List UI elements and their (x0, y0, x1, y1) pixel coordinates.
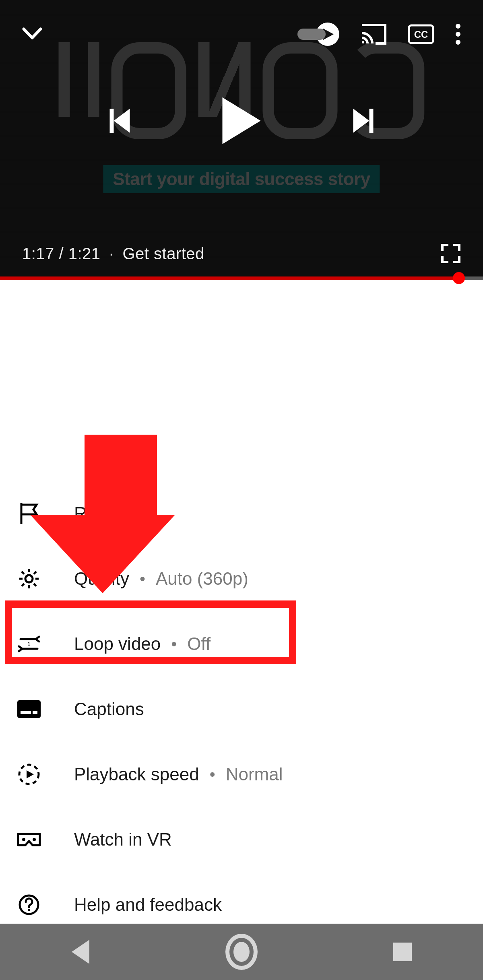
svg-text:CC: CC (414, 29, 428, 40)
svg-point-17 (28, 909, 30, 911)
loop-icon: 1 (17, 635, 41, 653)
captions-icon (17, 700, 41, 718)
menu-item-report[interactable]: Report (0, 481, 483, 546)
help-icon (17, 894, 41, 916)
svg-text:1: 1 (27, 641, 31, 647)
speed-icon (17, 763, 41, 786)
gear-icon (17, 567, 41, 590)
menu-item-speed[interactable]: Playback speed • Normal (0, 742, 483, 807)
cast-icon[interactable] (360, 23, 387, 45)
player-settings-menu: Report Quality • Auto (360p) 1 Loop vide… (0, 481, 483, 937)
svg-point-5 (456, 32, 460, 37)
svg-point-7 (25, 575, 33, 582)
current-time: 1:17 (22, 245, 54, 262)
video-player[interactable]: Start your digital success story CC (0, 0, 483, 280)
previous-button[interactable] (110, 109, 130, 133)
transport-controls (110, 97, 374, 144)
menu-item-label: Report (74, 503, 127, 524)
vr-icon (17, 831, 41, 848)
menu-item-label: Captions (74, 699, 144, 719)
system-nav-bar (0, 924, 483, 980)
fullscreen-icon[interactable] (441, 243, 461, 264)
svg-point-1 (362, 41, 364, 43)
svg-point-6 (456, 40, 460, 45)
cc-icon[interactable]: CC (408, 24, 434, 44)
time-and-chapter: 1:17 / 1:21 · Get started (22, 245, 204, 263)
player-top-bar: CC (0, 18, 483, 50)
autoplay-toggle[interactable] (297, 23, 339, 46)
next-button[interactable] (353, 109, 374, 133)
menu-item-label: Quality (74, 569, 129, 589)
video-tagline: Start your digital success story (103, 165, 380, 193)
total-time: 1:21 (68, 245, 101, 262)
menu-item-vr[interactable]: Watch in VR (0, 807, 483, 872)
flag-icon (17, 502, 41, 525)
menu-item-value: Off (187, 634, 211, 654)
svg-point-15 (33, 838, 36, 841)
menu-item-label: Watch in VR (74, 829, 172, 850)
player-info-row: 1:17 / 1:21 · Get started (22, 243, 461, 264)
svg-rect-11 (33, 711, 37, 714)
autoplay-track (297, 29, 326, 40)
progress-played (0, 276, 459, 280)
nav-recent-button[interactable] (386, 936, 419, 968)
menu-item-value: Normal (226, 764, 283, 784)
menu-item-label: Loop video (74, 634, 161, 654)
svg-point-4 (456, 24, 460, 29)
more-vert-icon[interactable] (455, 23, 461, 45)
chapter-label: Get started (122, 245, 204, 262)
menu-item-value: Auto (360p) (156, 569, 248, 589)
chevron-down-icon[interactable] (22, 27, 42, 41)
svg-point-14 (22, 838, 25, 841)
svg-rect-9 (17, 700, 41, 718)
svg-marker-13 (27, 770, 34, 778)
menu-item-loop[interactable]: 1 Loop video • Off (0, 611, 483, 677)
menu-item-label: Playback speed (74, 764, 199, 784)
menu-item-quality[interactable]: Quality • Auto (360p) (0, 546, 483, 611)
nav-home-button[interactable] (225, 936, 258, 968)
menu-item-label: Help and feedback (74, 895, 222, 915)
progress-thumb[interactable] (453, 272, 465, 284)
svg-rect-10 (21, 711, 31, 714)
play-button[interactable] (223, 97, 261, 144)
menu-item-captions[interactable]: Captions (0, 677, 483, 742)
progress-bar[interactable] (0, 276, 483, 280)
nav-back-button[interactable] (64, 936, 97, 968)
